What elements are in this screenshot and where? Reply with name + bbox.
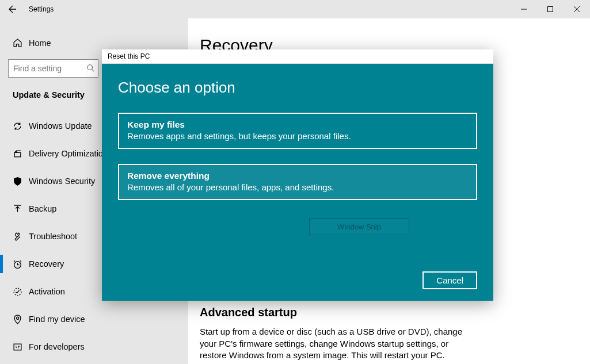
window-controls	[511, 0, 590, 18]
sidebar-item-label: Find my device	[29, 315, 85, 324]
cancel-button[interactable]: Cancel	[422, 271, 477, 289]
close-icon	[574, 6, 580, 12]
back-button[interactable]	[0, 0, 25, 18]
svg-rect-0	[548, 7, 553, 12]
search-input-wrap[interactable]	[8, 59, 98, 78]
sidebar-item-label: Backup	[29, 204, 56, 213]
sidebar-item-label: Activation	[29, 287, 65, 296]
sidebar-item-label: For developers	[29, 342, 85, 351]
sidebar-item-label: Troubleshoot	[29, 232, 77, 241]
advanced-startup-body: Start up from a device or disc (such as …	[200, 326, 465, 362]
sidebar-item-for-developers[interactable]: For developers	[0, 333, 188, 361]
check-circle-icon	[13, 287, 29, 297]
svg-point-1	[87, 64, 93, 70]
sidebar-item-label: Delivery Optimization	[29, 149, 108, 158]
option-title: Remove everything	[127, 171, 468, 181]
titlebar: Settings	[0, 0, 590, 18]
minimize-icon	[521, 6, 527, 12]
option-desc: Removes all of your personal files, apps…	[127, 182, 468, 192]
delivery-icon	[13, 149, 29, 159]
option-desc: Removes apps and settings, but keeps you…	[127, 131, 468, 141]
dialog-heading: Choose an option	[118, 79, 477, 97]
sidebar-item-label: Windows Update	[29, 121, 92, 131]
reset-pc-dialog: Reset this PC Choose an option Keep my f…	[102, 49, 493, 301]
sync-icon	[13, 121, 29, 131]
dialog-window-title: Reset this PC	[102, 49, 493, 64]
clock-icon	[13, 259, 29, 269]
close-button[interactable]	[564, 0, 590, 18]
svg-point-5	[16, 317, 18, 319]
search-icon	[86, 64, 94, 74]
search-input[interactable]	[13, 64, 93, 73]
home-icon	[13, 38, 29, 48]
advanced-startup-heading: Advanced startup	[200, 306, 578, 319]
svg-rect-6	[14, 344, 21, 350]
window-title: Settings	[29, 5, 54, 13]
location-icon	[13, 315, 29, 324]
backup-icon	[13, 204, 29, 214]
maximize-button[interactable]	[537, 0, 564, 18]
sidebar-item-label: Windows Security	[29, 177, 95, 186]
code-icon	[13, 342, 29, 352]
reset-option-remove-everything[interactable]: Remove everythingRemoves all of your per…	[118, 164, 477, 200]
option-title: Keep my files	[127, 120, 468, 130]
arrow-left-icon	[8, 5, 17, 14]
maximize-icon	[547, 6, 553, 12]
svg-rect-2	[14, 152, 21, 156]
wrench-icon	[13, 232, 29, 242]
reset-option-keep-files[interactable]: Keep my filesRemoves apps and settings, …	[118, 113, 477, 149]
minimize-button[interactable]	[511, 0, 537, 18]
sidebar-home-label: Home	[29, 39, 51, 48]
shield-icon	[13, 177, 29, 186]
sidebar-item-find-my-device[interactable]: Find my device	[0, 305, 188, 333]
window-snip-ghost: Window Snip	[309, 218, 409, 235]
sidebar-home[interactable]: Home	[0, 35, 188, 51]
sidebar-item-label: Recovery	[29, 259, 64, 269]
